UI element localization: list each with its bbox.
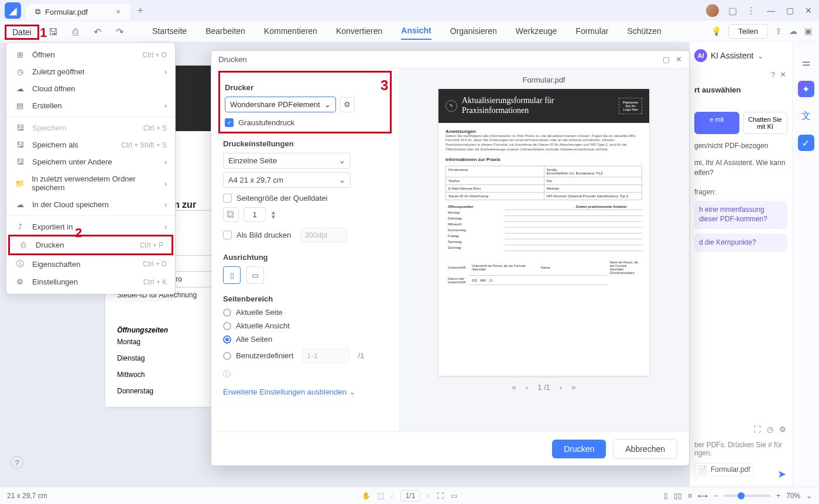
zoom-thumb[interactable] <box>738 492 745 499</box>
maximize-button[interactable]: ▢ <box>784 5 796 16</box>
ai-suggestion-2[interactable]: d die Kernpunkte? <box>694 234 787 252</box>
help-icon[interactable]: ? <box>771 70 775 79</box>
prev-page-icon[interactable]: ‹ <box>391 492 393 500</box>
ai-rail-icon[interactable]: ✦ <box>798 81 814 97</box>
tab-kommentieren[interactable]: Kommentieren <box>264 23 317 39</box>
tab-ansicht[interactable]: Ansicht <box>401 22 431 40</box>
custom-range-input[interactable]: 1-1 <box>303 348 349 363</box>
close-panel-icon[interactable]: ✕ <box>780 70 786 79</box>
two-page-icon[interactable]: ▯▯ <box>674 492 682 500</box>
printer-select[interactable]: Wondershare PDFelement⌄ <box>225 97 336 112</box>
dpi-input[interactable]: 300dpi <box>300 228 347 242</box>
file-menu-button[interactable]: Datei <box>5 25 39 40</box>
page-indicator[interactable]: 1/1 <box>400 490 421 502</box>
next-page-icon[interactable]: › <box>427 492 430 500</box>
new-tab-button[interactable]: + <box>137 5 143 17</box>
select-tool-icon[interactable]: ⬚ <box>378 492 384 500</box>
stepper-icon[interactable]: ▲▼ <box>270 210 276 220</box>
portrait-button[interactable]: ▯ <box>223 266 241 284</box>
minimize-button[interactable]: — <box>765 5 777 16</box>
zoom-in-icon[interactable]: + <box>776 492 780 500</box>
file-save[interactable]: 🖫SpeichernCtrl + S <box>6 119 175 136</box>
ai-mode-pdf[interactable]: e mit <box>694 112 739 134</box>
copies-input[interactable]: 1 <box>244 207 266 222</box>
source-size-checkbox-row[interactable]: Seitengröße der Quelldatei <box>223 194 387 203</box>
fit-width-icon[interactable]: ⟷ <box>698 492 708 500</box>
more-icon[interactable]: ⋮ <box>746 5 756 16</box>
file-open[interactable]: ⊞ÖffnenCtrl + O <box>6 46 175 63</box>
translate-icon[interactable]: 文 <box>798 108 814 124</box>
panel-icon[interactable]: ▢ <box>728 5 737 16</box>
ai-suggestion-1[interactable]: h eine mmenfassung dieser PDF-kommen? <box>694 201 787 228</box>
zoom-slider[interactable] <box>724 495 770 497</box>
file-create[interactable]: ▤Erstellen› <box>6 97 175 114</box>
range-all-pages[interactable]: Alle Seiten <box>223 335 387 344</box>
zoom-label[interactable]: 70% <box>786 492 800 500</box>
file-save-as[interactable]: 🖫Speichern alsCtrl + Shift + S <box>6 136 175 153</box>
file-cloud-open[interactable]: ☁Cloud öffnen <box>6 80 175 97</box>
as-image-checkbox-row[interactable]: Als Bild drucken 300dpi <box>223 228 387 242</box>
lightbulb-icon[interactable]: 💡 <box>711 26 721 36</box>
read-mode-icon[interactable]: ▭ <box>451 492 457 500</box>
zoom-out-icon[interactable]: − <box>714 492 718 500</box>
box-icon[interactable]: ▣ <box>804 26 812 36</box>
file-save-other[interactable]: 🖫Speichern unter Andere› <box>6 153 175 170</box>
page-mode-select[interactable]: Einzelne Seite⌄ <box>223 153 351 169</box>
paper-size-select[interactable]: A4 21 x 29,7 cm⌄ <box>223 172 351 188</box>
undo-icon[interactable]: ↶ <box>90 24 106 40</box>
gear-icon[interactable]: ⚙ <box>779 425 786 434</box>
document-tab[interactable]: ⧉ Formular.pdf × <box>26 4 130 20</box>
close-dialog-icon[interactable]: ✕ <box>676 55 682 64</box>
help-button[interactable]: ? <box>11 456 23 469</box>
tab-bearbeiten[interactable]: Bearbeiten <box>205 23 245 39</box>
check-icon[interactable]: ✓ <box>798 135 814 151</box>
advanced-settings-link[interactable]: Erweiterte Einstellungen ausblenden⌄ <box>223 388 355 396</box>
last-page-icon[interactable]: » <box>571 383 575 392</box>
close-window-button[interactable]: ✕ <box>803 5 814 16</box>
tab-konvertieren[interactable]: Konvertieren <box>336 23 382 39</box>
chevron-down-icon[interactable]: ⌄ <box>757 51 764 60</box>
chevron-down-icon[interactable]: ⌄ <box>806 492 812 500</box>
prev-page-icon[interactable]: ‹ <box>526 383 528 392</box>
continuous-icon[interactable]: ≡ <box>688 492 692 500</box>
file-settings[interactable]: ⚙EinstellungenCtrl + K <box>6 273 175 290</box>
sliders-icon[interactable]: ⚌ <box>798 54 814 70</box>
printer-settings-button[interactable]: ⚙ <box>340 97 355 112</box>
file-export[interactable]: ⤴Exportiert in› <box>6 218 175 235</box>
share-button[interactable]: Teilen <box>728 24 768 39</box>
save-icon[interactable]: 🖫 <box>45 24 61 40</box>
print-confirm-button[interactable]: Drucken <box>552 440 606 458</box>
clock-icon[interactable]: ◷ <box>767 425 773 434</box>
user-avatar[interactable] <box>706 4 719 17</box>
send-icon[interactable]: ➤ <box>777 468 786 481</box>
ai-file-chip[interactable]: 📄 Formular.pdf <box>694 463 754 476</box>
file-save-cloud[interactable]: ☁In der Cloud speichern› <box>6 196 175 213</box>
close-tab-icon[interactable]: × <box>116 7 121 16</box>
cancel-button[interactable]: Abbrechen <box>613 439 677 459</box>
landscape-button[interactable]: ▭ <box>246 266 264 284</box>
print-icon[interactable]: ⎙ <box>67 24 84 40</box>
file-recent[interactable]: ◷Zuletzt geöffnet› <box>6 63 175 80</box>
file-properties[interactable]: ⓘEigenschaftenCtrl + D <box>6 255 175 273</box>
ai-mode-chat[interactable]: Chatten Sie mit KI <box>743 112 788 134</box>
tab-formular[interactable]: Formular <box>575 23 608 39</box>
hand-tool-icon[interactable]: ✋ <box>362 492 371 500</box>
range-custom[interactable]: Benutzerdefiniert 1-1 /1 <box>223 348 387 363</box>
range-current-view[interactable]: Aktuelle Ansicht <box>223 321 387 330</box>
redo-icon[interactable]: ↷ <box>112 24 128 40</box>
tab-organisieren[interactable]: Organisieren <box>450 23 497 39</box>
tab-werkzeuge[interactable]: Werkzeuge <box>516 23 557 39</box>
tab-schuetzen[interactable]: Schützen <box>627 23 661 39</box>
file-print[interactable]: ⎙DruckenCtrl + P <box>8 235 173 255</box>
next-page-icon[interactable]: › <box>560 383 562 392</box>
single-page-icon[interactable]: ▯ <box>664 492 668 500</box>
collate-icon[interactable]: ⿻ <box>223 207 239 222</box>
cloud-icon[interactable]: ☁ <box>789 26 797 36</box>
first-page-icon[interactable]: « <box>512 383 516 392</box>
expand-icon[interactable]: ⛶ <box>753 425 761 434</box>
tab-startseite[interactable]: Startseite <box>152 23 187 39</box>
range-current-page[interactable]: Aktuelle Seite <box>223 308 387 317</box>
screenshot-icon[interactable]: ⛶ <box>437 492 444 500</box>
share-icon[interactable]: ⇪ <box>775 26 782 36</box>
grayscale-checkbox-row[interactable]: ✓ Graustufendruck <box>225 118 385 127</box>
